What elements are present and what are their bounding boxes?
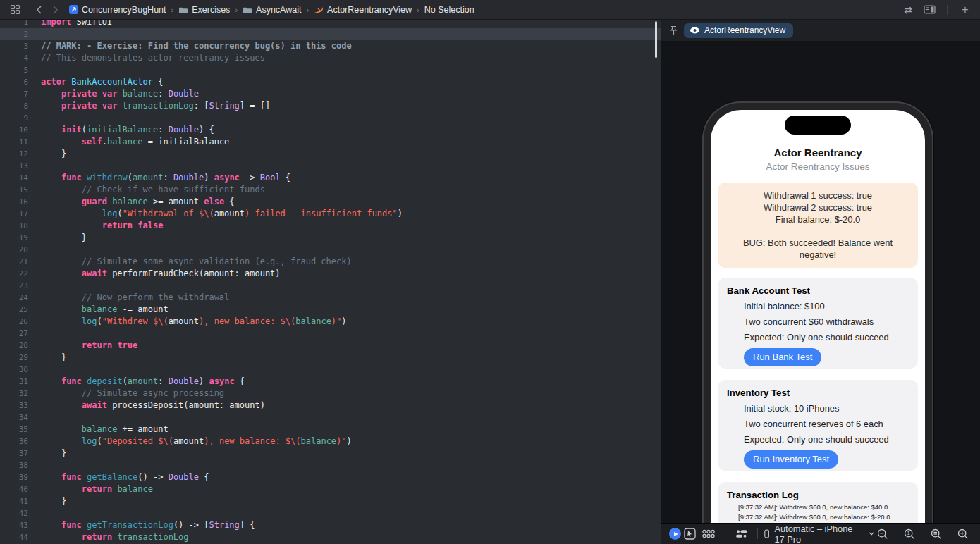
line-number[interactable]: 26 bbox=[0, 316, 28, 328]
breadcrumb-item[interactable]: ConcurrencyBugHunt bbox=[68, 5, 166, 15]
code-line[interactable]: 19 } bbox=[0, 232, 661, 244]
code-line[interactable]: 43 func getTransactionLog() -> [String] … bbox=[0, 519, 661, 531]
line-number[interactable]: 1 bbox=[0, 20, 28, 28]
code-line[interactable]: 24 // Now perform the withdrawal bbox=[0, 292, 661, 304]
code-line[interactable]: 4// This demonstrates actor reentrancy i… bbox=[0, 52, 661, 64]
line-number[interactable]: 2 bbox=[0, 28, 28, 40]
code-line[interactable]: 38 bbox=[0, 459, 661, 471]
code-line[interactable]: 32 // Simulate async processing bbox=[0, 388, 661, 400]
line-number[interactable]: 12 bbox=[0, 148, 28, 160]
device-selector[interactable]: Automatic – iPhone 17 Pro bbox=[764, 524, 874, 544]
code-line[interactable]: 23 bbox=[0, 280, 661, 292]
code-line[interactable]: 36 log("Deposited $\(amount), new balanc… bbox=[0, 435, 661, 447]
line-number[interactable]: 40 bbox=[0, 483, 28, 495]
line-number[interactable]: 9 bbox=[0, 112, 28, 124]
code-line[interactable]: 33 await processDeposit(amount: amount) bbox=[0, 400, 661, 412]
line-number[interactable]: 35 bbox=[0, 424, 28, 435]
code-line[interactable]: 2 bbox=[0, 28, 661, 40]
line-number[interactable]: 44 bbox=[0, 531, 28, 543]
line-number[interactable]: 23 bbox=[0, 280, 28, 292]
code-line[interactable]: 40 return balance bbox=[0, 483, 661, 495]
code-line[interactable]: 13 bbox=[0, 160, 661, 172]
line-number[interactable]: 38 bbox=[0, 459, 28, 471]
code-line[interactable]: 44 return transactionLog bbox=[0, 531, 661, 543]
code-line[interactable]: 10 init(initialBalance: Double) { bbox=[0, 124, 661, 136]
code-line[interactable]: 34 bbox=[0, 412, 661, 424]
zoom-in-icon[interactable] bbox=[957, 528, 969, 540]
zoom-out-icon[interactable] bbox=[877, 528, 888, 540]
breadcrumb-item[interactable]: No Selection bbox=[424, 5, 474, 15]
line-number[interactable]: 24 bbox=[0, 292, 28, 304]
line-number[interactable]: 11 bbox=[0, 136, 28, 148]
line-number[interactable]: 42 bbox=[0, 507, 28, 519]
code-line[interactable]: 20 bbox=[0, 244, 661, 256]
line-number[interactable]: 29 bbox=[0, 352, 28, 364]
code-line[interactable]: 31 func deposit(amount: Double) async { bbox=[0, 376, 661, 388]
code-line[interactable]: 8 private var transactionLog: [String] =… bbox=[0, 100, 661, 112]
code-line[interactable]: 22 await performFraudCheck(amount: amoun… bbox=[0, 268, 661, 280]
device-settings-icon[interactable] bbox=[735, 528, 748, 539]
add-editor-icon[interactable]: + bbox=[957, 2, 973, 18]
line-number[interactable]: 4 bbox=[0, 52, 28, 64]
line-number[interactable]: 25 bbox=[0, 304, 28, 316]
live-preview-button[interactable] bbox=[669, 528, 681, 540]
editor-scrollbar[interactable] bbox=[655, 21, 657, 58]
code-line[interactable]: 37 } bbox=[0, 447, 661, 459]
code-line[interactable]: 14 func withdraw(amount: Double) async -… bbox=[0, 172, 661, 184]
code-line[interactable]: 15 // Check if we have sufficient funds bbox=[0, 184, 661, 196]
line-number[interactable]: 7 bbox=[0, 88, 28, 100]
code-line[interactable]: 21 // Simulate some async validation (e.… bbox=[0, 256, 661, 268]
line-number[interactable]: 36 bbox=[0, 435, 28, 447]
line-number[interactable]: 18 bbox=[0, 220, 28, 232]
breadcrumb-item[interactable]: ActorReentrancyView bbox=[314, 5, 412, 15]
swap-editor-icon[interactable]: ⇄ bbox=[900, 2, 916, 18]
line-number[interactable]: 16 bbox=[0, 196, 28, 208]
line-number[interactable]: 30 bbox=[0, 364, 28, 376]
code-line[interactable]: 42 bbox=[0, 507, 661, 519]
code-line[interactable]: 16 guard balance >= amount else { bbox=[0, 196, 661, 208]
pin-icon[interactable] bbox=[669, 25, 678, 36]
code-line[interactable]: 5 bbox=[0, 64, 661, 76]
line-number[interactable]: 13 bbox=[0, 160, 28, 172]
code-line[interactable]: 27 bbox=[0, 328, 661, 340]
zoom-actual-size-icon[interactable]: 1 bbox=[904, 528, 915, 540]
code-line[interactable]: 39 func getBalance() -> Double { bbox=[0, 471, 661, 483]
code-line[interactable]: 29 } bbox=[0, 352, 661, 364]
code-line[interactable]: 28 return true bbox=[0, 340, 661, 352]
code-line[interactable]: 35 balance += amount bbox=[0, 424, 661, 435]
code-line[interactable]: 18 return false bbox=[0, 220, 661, 232]
zoom-fit-icon[interactable] bbox=[931, 528, 942, 540]
code-line[interactable]: 6actor BankAccountActor { bbox=[0, 76, 661, 88]
code-line[interactable]: 12 } bbox=[0, 148, 661, 160]
breadcrumb-item[interactable]: AsyncAwait bbox=[243, 5, 301, 15]
code-line[interactable]: 3// MARK: - Exercise: Find the concurren… bbox=[0, 40, 661, 52]
code-line[interactable]: 7 private var balance: Double bbox=[0, 88, 661, 100]
code-line[interactable]: 25 balance -= amount bbox=[0, 304, 661, 316]
line-number[interactable]: 20 bbox=[0, 244, 28, 256]
code-line[interactable]: 30 bbox=[0, 364, 661, 376]
line-number[interactable]: 37 bbox=[0, 447, 28, 459]
run-test-button[interactable]: Run Bank Test bbox=[744, 348, 821, 366]
code-line[interactable]: 9 bbox=[0, 112, 661, 124]
line-number[interactable]: 22 bbox=[0, 268, 28, 280]
line-number[interactable]: 5 bbox=[0, 64, 28, 76]
line-number[interactable]: 19 bbox=[0, 232, 28, 244]
line-number[interactable]: 8 bbox=[0, 100, 28, 112]
line-number[interactable]: 31 bbox=[0, 376, 28, 388]
line-number[interactable]: 14 bbox=[0, 172, 28, 184]
run-test-button[interactable]: Run Inventory Test bbox=[744, 450, 838, 469]
line-number[interactable]: 41 bbox=[0, 495, 28, 507]
code-line[interactable]: 11 self.balance = initialBalance bbox=[0, 136, 661, 148]
line-number[interactable]: 6 bbox=[0, 76, 28, 88]
line-number[interactable]: 10 bbox=[0, 124, 28, 136]
code-line[interactable]: 17 log("Withdrawal of $\(amount) failed … bbox=[0, 208, 661, 220]
line-number[interactable]: 3 bbox=[0, 40, 28, 52]
line-number[interactable]: 15 bbox=[0, 184, 28, 196]
variants-grid-icon[interactable] bbox=[702, 528, 716, 540]
line-number[interactable]: 33 bbox=[0, 400, 28, 412]
line-number[interactable]: 27 bbox=[0, 328, 28, 340]
selectable-mode-icon[interactable] bbox=[684, 528, 696, 540]
line-number[interactable]: 43 bbox=[0, 519, 28, 531]
line-number[interactable]: 32 bbox=[0, 388, 28, 400]
code-editor[interactable]: 1import SwiftUI23// MARK: - Exercise: Fi… bbox=[0, 20, 661, 544]
